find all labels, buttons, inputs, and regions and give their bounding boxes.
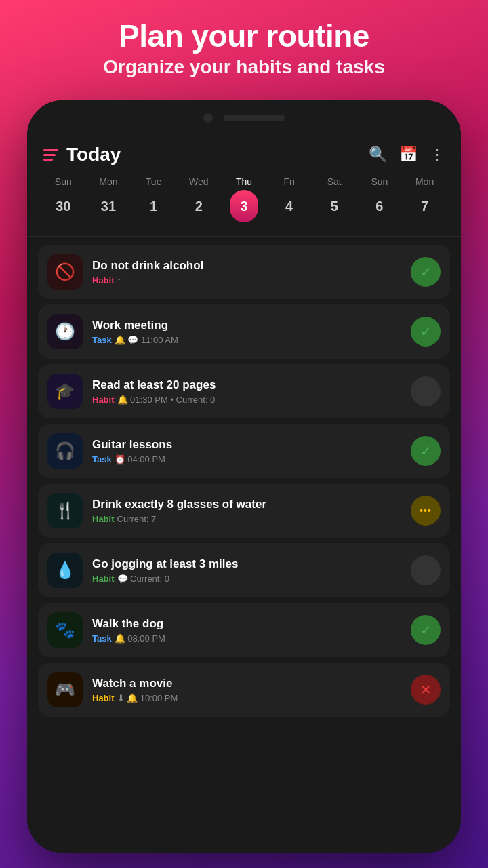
task-icon-guitar-lessons: 🎧 <box>47 433 83 469</box>
calendar-day-1[interactable]: Tue 1 <box>134 176 174 222</box>
task-info-read-pages: Read at least 20 pages Habit 🔔 01:30 PM … <box>92 378 401 404</box>
search-icon[interactable]: 🔍 <box>369 146 387 163</box>
calendar-day-4[interactable]: Fri 4 <box>270 176 309 222</box>
task-check-go-jogging[interactable] <box>411 555 441 585</box>
header-icons: 🔍 📅 ⋮ <box>369 146 445 163</box>
top-navigation: Today 🔍 📅 ⋮ <box>27 136 461 171</box>
task-meta-walk-dog: Task 🔔 08:00 PM <box>92 633 401 644</box>
task-meta-guitar-lessons: Task ⏰ 04:00 PM <box>92 454 401 465</box>
task-title-work-meeting: Work meeting <box>92 318 401 333</box>
task-item-no-alcohol[interactable]: 🚫 Do not drink alcohol Habit ↑ ✓ <box>38 245 450 299</box>
hero-section: Plan your routine Organize your habits a… <box>0 0 488 89</box>
calendar-day-5[interactable]: Sat 5 <box>314 176 354 222</box>
task-detail-drink-water: Current: 7 <box>117 514 157 524</box>
calendar-day-31[interactable]: Mon 31 <box>89 176 128 222</box>
task-type-go-jogging: Habit <box>92 574 115 584</box>
task-item-read-pages[interactable]: 🎓 Read at least 20 pages Habit 🔔 01:30 P… <box>38 364 450 418</box>
task-title-no-alcohol: Do not drink alcohol <box>92 258 401 273</box>
task-check-watch-movie[interactable]: ✕ <box>411 675 441 705</box>
task-info-work-meeting: Work meeting Task 🔔 💬 11:00 AM <box>92 318 401 344</box>
hero-title: Plan your routine <box>14 19 474 54</box>
calendar-day-7[interactable]: Mon 7 <box>405 176 445 222</box>
task-type-work-meeting: Task <box>92 335 112 345</box>
day-number: 2 <box>184 190 213 222</box>
task-icon-work-meeting: 🕐 <box>47 314 83 349</box>
task-info-walk-dog: Walk the dog Task 🔔 08:00 PM <box>92 616 401 643</box>
task-meta-watch-movie: Habit ⬇ 🔔 10:00 PM <box>92 693 401 703</box>
task-item-work-meeting[interactable]: 🕐 Work meeting Task 🔔 💬 11:00 AM ✓ <box>38 304 450 359</box>
task-icon-watch-movie: 🎮 <box>47 672 83 707</box>
task-title-drink-water: Drink exactly 8 glasses of water <box>92 497 401 512</box>
task-item-walk-dog[interactable]: 🐾 Walk the dog Task 🔔 08:00 PM ✓ <box>38 603 450 657</box>
task-icon-walk-dog: 🐾 <box>47 612 83 648</box>
day-number: 31 <box>94 190 123 222</box>
task-detail-work-meeting: 🔔 💬 11:00 AM <box>115 335 178 345</box>
divider <box>27 236 461 237</box>
menu-line-2 <box>43 154 56 156</box>
task-icon-go-jogging: 💧 <box>47 553 83 588</box>
task-type-walk-dog: Task <box>92 633 112 644</box>
day-number: 3 <box>230 190 258 222</box>
calendar-strip: Sun 30 Mon 31 Tue 1 Wed 2 Thu 3 Fri 4 Sa… <box>27 171 461 236</box>
day-number: 1 <box>140 190 168 222</box>
task-meta-read-pages: Habit 🔔 01:30 PM • Current: 0 <box>92 395 401 405</box>
phone-mockup: Today 🔍 📅 ⋮ Sun 30 Mon 31 Tue 1 Wed 2 Th… <box>27 100 461 853</box>
task-detail-no-alcohol: ↑ <box>117 275 122 285</box>
more-options-icon[interactable]: ⋮ <box>430 146 445 163</box>
task-detail-walk-dog: 🔔 08:00 PM <box>115 633 165 644</box>
calendar-day-6[interactable]: Sun 6 <box>360 176 399 222</box>
task-info-no-alcohol: Do not drink alcohol Habit ↑ <box>92 258 401 285</box>
day-number: 5 <box>320 190 348 222</box>
task-detail-guitar-lessons: ⏰ 04:00 PM <box>115 454 165 465</box>
task-meta-go-jogging: Habit 💬 Current: 0 <box>92 574 401 584</box>
camera-dot <box>203 113 213 123</box>
menu-line-1 <box>43 149 58 151</box>
task-title-watch-movie: Watch a movie <box>92 676 401 691</box>
calendar-day-2[interactable]: Wed 2 <box>179 176 218 222</box>
day-of-week: Sat <box>327 176 342 187</box>
task-icon-no-alcohol: 🚫 <box>47 254 83 290</box>
day-of-week: Fri <box>283 176 294 187</box>
day-of-week: Sun <box>371 176 388 187</box>
day-of-week: Thu <box>236 176 252 187</box>
day-of-week: Tue <box>146 176 162 187</box>
day-number: 7 <box>411 190 439 222</box>
page-title: Today <box>66 144 361 165</box>
task-type-watch-movie: Habit <box>92 693 115 703</box>
task-check-walk-dog[interactable]: ✓ <box>411 615 441 645</box>
task-check-work-meeting[interactable]: ✓ <box>411 317 441 347</box>
task-meta-no-alcohol: Habit ↑ <box>92 275 401 285</box>
task-meta-work-meeting: Task 🔔 💬 11:00 AM <box>92 335 401 345</box>
calendar-day-30[interactable]: Sun 30 <box>43 176 83 222</box>
task-info-drink-water: Drink exactly 8 glasses of water Habit C… <box>92 497 401 524</box>
day-number: 6 <box>365 190 394 222</box>
task-item-guitar-lessons[interactable]: 🎧 Guitar lessons Task ⏰ 04:00 PM ✓ <box>38 424 450 478</box>
task-meta-drink-water: Habit Current: 7 <box>92 514 401 524</box>
menu-button[interactable] <box>43 149 58 161</box>
task-check-no-alcohol[interactable]: ✓ <box>411 257 441 287</box>
day-number: 30 <box>49 190 77 222</box>
calendar-icon[interactable]: 📅 <box>399 146 418 163</box>
app-content: Today 🔍 📅 ⋮ Sun 30 Mon 31 Tue 1 Wed 2 Th… <box>27 136 461 853</box>
task-detail-watch-movie: ⬇ 🔔 10:00 PM <box>117 693 178 703</box>
menu-line-3 <box>43 159 53 161</box>
task-item-go-jogging[interactable]: 💧 Go jogging at least 3 miles Habit 💬 Cu… <box>38 543 450 597</box>
task-title-read-pages: Read at least 20 pages <box>92 378 401 393</box>
task-detail-read-pages: 🔔 01:30 PM • Current: 0 <box>117 395 216 405</box>
day-number: 4 <box>275 190 304 222</box>
task-info-guitar-lessons: Guitar lessons Task ⏰ 04:00 PM <box>92 437 401 464</box>
task-item-drink-water[interactable]: 🍴 Drink exactly 8 glasses of water Habit… <box>38 484 450 538</box>
day-of-week: Mon <box>415 176 434 187</box>
task-title-walk-dog: Walk the dog <box>92 616 401 631</box>
task-type-drink-water: Habit <box>92 514 115 524</box>
phone-status-bar <box>27 100 461 136</box>
task-check-read-pages[interactable] <box>411 376 441 406</box>
calendar-day-3[interactable]: Thu 3 <box>224 176 264 222</box>
day-of-week: Sun <box>55 176 72 187</box>
task-check-drink-water[interactable]: ••• <box>411 496 441 526</box>
task-type-read-pages: Habit <box>92 395 115 405</box>
task-check-guitar-lessons[interactable]: ✓ <box>411 436 441 466</box>
task-title-guitar-lessons: Guitar lessons <box>92 437 401 452</box>
task-item-watch-movie[interactable]: 🎮 Watch a movie Habit ⬇ 🔔 10:00 PM ✕ <box>38 663 450 717</box>
task-type-guitar-lessons: Task <box>92 454 112 465</box>
